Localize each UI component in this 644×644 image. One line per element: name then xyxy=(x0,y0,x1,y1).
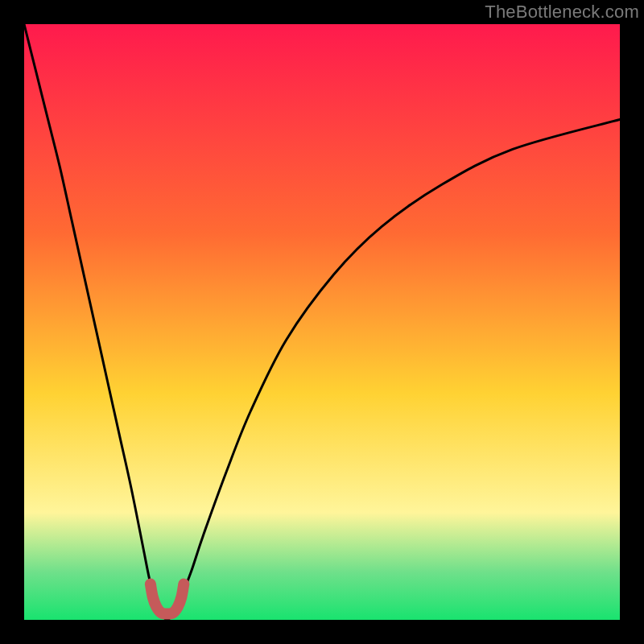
plot-svg xyxy=(24,24,620,620)
watermark-text: TheBottleneck.com xyxy=(485,2,639,23)
plot-area xyxy=(24,24,620,620)
chart-frame: TheBottleneck.com xyxy=(0,0,644,644)
gradient-background xyxy=(24,24,620,620)
